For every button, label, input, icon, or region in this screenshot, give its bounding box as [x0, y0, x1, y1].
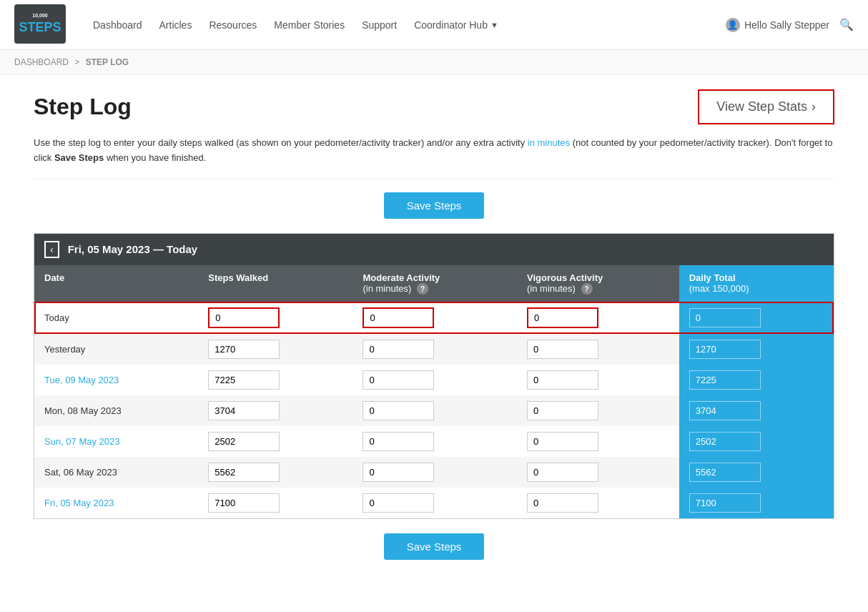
vigorous-activity-input[interactable] [527, 401, 598, 420]
daily-total-input[interactable] [689, 370, 761, 390]
vigorous-activity-cell [517, 395, 679, 426]
date-cell[interactable]: Sun, 07 May 2023 [34, 426, 198, 457]
breadcrumb-separator: > [74, 57, 79, 67]
table-row: Yesterday [34, 334, 834, 365]
nav-coordinator-hub[interactable]: Coordinator Hub ▼ [414, 19, 498, 31]
daily-total-cell [679, 334, 834, 365]
steps-walked-input[interactable] [208, 432, 280, 451]
nav-support[interactable]: Support [362, 19, 397, 31]
daily-total-input[interactable] [689, 493, 761, 513]
moderate-activity-cell [352, 302, 517, 334]
vigorous-activity-cell [517, 457, 679, 488]
vigorous-activity-input[interactable] [527, 370, 598, 390]
save-steps-top-button[interactable]: Save Steps [384, 192, 485, 219]
col-daily-total: Daily Total (max 150,000) [679, 265, 834, 302]
vigorous-activity-input[interactable] [527, 432, 598, 451]
view-step-stats-label: View Step Stats [716, 99, 807, 114]
vigorous-activity-cell [517, 426, 679, 457]
vigorous-activity-cell [517, 365, 679, 395]
save-steps-bottom-button[interactable]: Save Steps [384, 533, 485, 560]
page-header: Step Log View Step Stats › [34, 89, 834, 124]
date-cell: Sat, 06 May 2023 [34, 457, 198, 488]
vigorous-activity-input[interactable] [527, 307, 598, 328]
navbar: 10,000 STEPS Dashboard Articles Resource… [0, 0, 868, 50]
nav-resources[interactable]: Resources [209, 19, 257, 31]
save-steps-top-container: Save Steps [34, 192, 834, 219]
date-cell[interactable]: Fri, 05 May 2023 [34, 488, 198, 518]
svg-text:10,000: 10,000 [32, 13, 48, 19]
table-row: Sun, 07 May 2023 [34, 426, 834, 457]
page-title: Step Log [34, 94, 132, 120]
view-step-stats-button[interactable]: View Step Stats › [698, 89, 834, 124]
daily-total-input[interactable] [689, 432, 761, 451]
steps-walked-input[interactable] [208, 307, 280, 328]
moderate-activity-input[interactable] [363, 307, 434, 328]
search-button[interactable]: 🔍 [839, 18, 854, 31]
navbar-right: 👤 Hello Sally Stepper 🔍 [726, 18, 854, 32]
moderate-activity-input[interactable] [363, 370, 434, 390]
vigorous-activity-input[interactable] [527, 340, 598, 359]
moderate-activity-input[interactable] [363, 493, 434, 513]
moderate-activity-cell [352, 334, 517, 365]
breadcrumb-home[interactable]: DASHBOARD [14, 57, 69, 67]
steps-walked-cell [198, 334, 352, 365]
steps-walked-input[interactable] [208, 340, 280, 359]
description-text: Use the step log to enter your daily ste… [34, 136, 834, 179]
date-cell[interactable]: Tue, 09 May 2023 [34, 365, 198, 395]
svg-text:STEPS: STEPS [19, 20, 61, 34]
steps-walked-input[interactable] [208, 370, 280, 390]
table-date-nav: ‹ Fri, 05 May 2023 — Today [34, 234, 834, 265]
moderate-help-icon[interactable]: ? [417, 283, 428, 295]
daily-total-cell [679, 395, 834, 426]
steps-walked-cell [198, 426, 352, 457]
steps-walked-input[interactable] [208, 401, 280, 420]
steps-walked-cell [198, 365, 352, 395]
daily-total-input[interactable] [689, 401, 761, 420]
nav-articles[interactable]: Articles [159, 19, 192, 31]
moderate-activity-input[interactable] [363, 340, 434, 359]
date-back-button[interactable]: ‹ [44, 241, 59, 258]
step-log-table-wrapper: ‹ Fri, 05 May 2023 — Today Date Steps Wa… [34, 233, 834, 520]
vigorous-activity-cell [517, 302, 679, 334]
moderate-activity-cell [352, 488, 517, 518]
user-name: Hello Sally Stepper [744, 19, 829, 31]
moderate-activity-cell [352, 457, 517, 488]
daily-total-input[interactable] [689, 463, 761, 482]
user-icon: 👤 [726, 18, 740, 32]
date-cell: Today [34, 302, 198, 334]
site-logo[interactable]: 10,000 STEPS [14, 4, 71, 46]
vigorous-help-icon[interactable]: ? [581, 283, 593, 295]
daily-total-cell [679, 457, 834, 488]
steps-walked-input[interactable] [208, 493, 280, 513]
nav-links: Dashboard Articles Resources Member Stor… [93, 19, 726, 31]
vigorous-activity-input[interactable] [527, 463, 598, 482]
steps-walked-input[interactable] [208, 463, 280, 482]
user-greeting: 👤 Hello Sally Stepper [726, 18, 829, 32]
daily-total-input[interactable] [689, 308, 761, 327]
daily-total-input[interactable] [689, 340, 761, 359]
moderate-activity-input[interactable] [363, 432, 434, 451]
vigorous-activity-input[interactable] [527, 493, 598, 513]
nav-dashboard[interactable]: Dashboard [93, 19, 142, 31]
daily-total-cell [679, 365, 834, 395]
steps-walked-cell [198, 302, 352, 334]
vigorous-activity-cell [517, 488, 679, 518]
moderate-activity-cell [352, 395, 517, 426]
col-vigorous-activity: Vigorous Activity (in minutes) ? [517, 265, 679, 302]
moderate-activity-cell [352, 426, 517, 457]
view-step-stats-arrow-icon: › [812, 99, 816, 114]
col-steps-walked: Steps Walked [198, 265, 352, 302]
table-row: Mon, 08 May 2023 [34, 395, 834, 426]
col-moderate-activity: Moderate Activity (in minutes) ? [352, 265, 517, 302]
col-date: Date [34, 265, 198, 302]
moderate-activity-input[interactable] [363, 463, 434, 482]
steps-walked-cell [198, 488, 352, 518]
nav-member-stories[interactable]: Member Stories [274, 19, 345, 31]
steps-walked-cell [198, 395, 352, 426]
table-row: Sat, 06 May 2023 [34, 457, 834, 488]
moderate-activity-input[interactable] [363, 401, 434, 420]
steps-walked-cell [198, 457, 352, 488]
date-cell: Yesterday [34, 334, 198, 365]
save-steps-bottom-container: Save Steps [34, 533, 834, 560]
daily-total-cell [679, 488, 834, 518]
